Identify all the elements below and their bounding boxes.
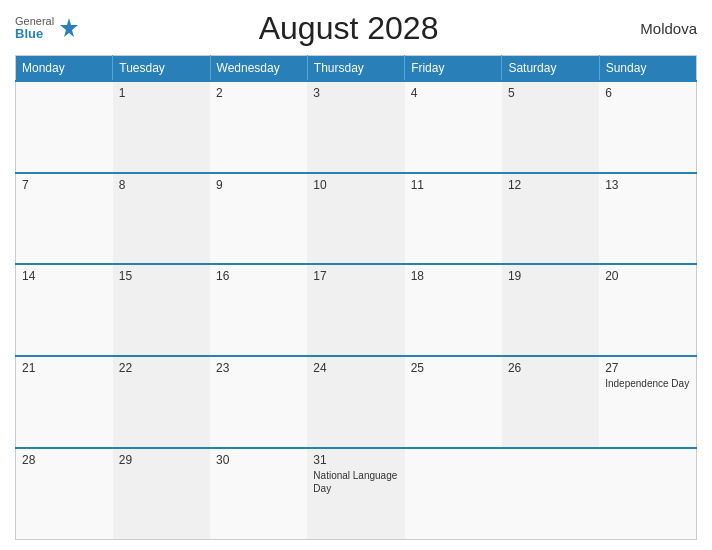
weekday-header: Monday: [16, 56, 113, 82]
logo: General Blue: [15, 15, 80, 41]
calendar-week-row: 28293031National Language Day: [16, 448, 697, 540]
calendar-week-row: 123456: [16, 81, 697, 173]
weekday-header: Tuesday: [113, 56, 210, 82]
calendar-cell: 12: [502, 173, 599, 265]
day-number: 13: [605, 178, 690, 192]
calendar-page: General Blue August 2028 Moldova MondayT…: [0, 0, 712, 550]
weekday-header: Sunday: [599, 56, 696, 82]
calendar-cell: 21: [16, 356, 113, 448]
day-number: 28: [22, 453, 107, 467]
day-number: 3: [313, 86, 398, 100]
header: General Blue August 2028 Moldova: [15, 10, 697, 47]
day-number: 27: [605, 361, 690, 375]
calendar-cell: 11: [405, 173, 502, 265]
day-number: 23: [216, 361, 301, 375]
day-number: 31: [313, 453, 398, 467]
day-number: 9: [216, 178, 301, 192]
day-number: 26: [508, 361, 593, 375]
day-number: 17: [313, 269, 398, 283]
calendar-cell: 28: [16, 448, 113, 540]
calendar-event: National Language Day: [313, 469, 398, 495]
country-label: Moldova: [617, 20, 697, 37]
day-number: 18: [411, 269, 496, 283]
day-number: 19: [508, 269, 593, 283]
day-number: 20: [605, 269, 690, 283]
day-number: 21: [22, 361, 107, 375]
calendar-week-row: 21222324252627Independence Day: [16, 356, 697, 448]
day-number: 30: [216, 453, 301, 467]
calendar-cell: [16, 81, 113, 173]
calendar-cell: [502, 448, 599, 540]
calendar-cell: 24: [307, 356, 404, 448]
calendar-cell: [599, 448, 696, 540]
calendar-cell: 2: [210, 81, 307, 173]
logo-flag-icon: [58, 17, 80, 39]
calendar-cell: 16: [210, 264, 307, 356]
day-number: 7: [22, 178, 107, 192]
svg-marker-0: [60, 18, 78, 37]
calendar-cell: 9: [210, 173, 307, 265]
calendar-cell: 22: [113, 356, 210, 448]
weekday-header-row: MondayTuesdayWednesdayThursdayFridaySatu…: [16, 56, 697, 82]
calendar-cell: 23: [210, 356, 307, 448]
day-number: 8: [119, 178, 204, 192]
day-number: 12: [508, 178, 593, 192]
day-number: 14: [22, 269, 107, 283]
weekday-header: Wednesday: [210, 56, 307, 82]
weekday-header: Friday: [405, 56, 502, 82]
day-number: 29: [119, 453, 204, 467]
day-number: 11: [411, 178, 496, 192]
day-number: 4: [411, 86, 496, 100]
day-number: 6: [605, 86, 690, 100]
calendar-cell: 4: [405, 81, 502, 173]
calendar-cell: 20: [599, 264, 696, 356]
page-title: August 2028: [80, 10, 617, 47]
calendar-cell: 3: [307, 81, 404, 173]
calendar-table: MondayTuesdayWednesdayThursdayFridaySatu…: [15, 55, 697, 540]
calendar-cell: 13: [599, 173, 696, 265]
logo-text: General Blue: [15, 15, 54, 41]
weekday-header: Thursday: [307, 56, 404, 82]
calendar-cell: [405, 448, 502, 540]
calendar-cell: 29: [113, 448, 210, 540]
calendar-week-row: 78910111213: [16, 173, 697, 265]
calendar-cell: 27Independence Day: [599, 356, 696, 448]
calendar-cell: 5: [502, 81, 599, 173]
weekday-header: Saturday: [502, 56, 599, 82]
calendar-cell: 8: [113, 173, 210, 265]
day-number: 1: [119, 86, 204, 100]
day-number: 2: [216, 86, 301, 100]
calendar-cell: 1: [113, 81, 210, 173]
day-number: 15: [119, 269, 204, 283]
calendar-cell: 31National Language Day: [307, 448, 404, 540]
day-number: 25: [411, 361, 496, 375]
calendar-event: Independence Day: [605, 377, 690, 390]
day-number: 16: [216, 269, 301, 283]
calendar-cell: 17: [307, 264, 404, 356]
calendar-cell: 25: [405, 356, 502, 448]
calendar-cell: 30: [210, 448, 307, 540]
calendar-cell: 6: [599, 81, 696, 173]
calendar-cell: 10: [307, 173, 404, 265]
logo-blue: Blue: [15, 27, 54, 41]
calendar-cell: 18: [405, 264, 502, 356]
day-number: 24: [313, 361, 398, 375]
calendar-cell: 7: [16, 173, 113, 265]
day-number: 22: [119, 361, 204, 375]
calendar-week-row: 14151617181920: [16, 264, 697, 356]
day-number: 5: [508, 86, 593, 100]
calendar-cell: 14: [16, 264, 113, 356]
calendar-cell: 26: [502, 356, 599, 448]
calendar-cell: 15: [113, 264, 210, 356]
day-number: 10: [313, 178, 398, 192]
calendar-cell: 19: [502, 264, 599, 356]
